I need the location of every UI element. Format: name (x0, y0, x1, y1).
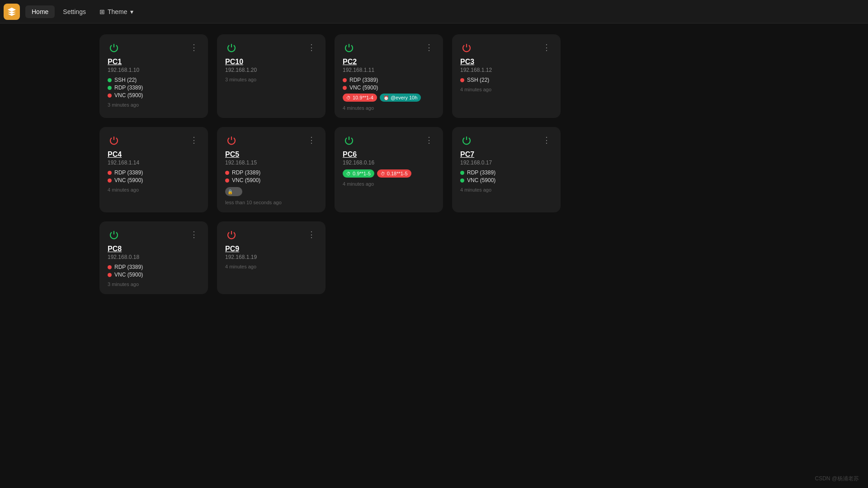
card-time: 4 minutes ago (225, 264, 317, 269)
card-header: ⋮ (343, 42, 435, 55)
card-ip: 192.168.1.14 (108, 160, 200, 166)
service-row: VNC (5900) (460, 177, 552, 183)
card-header: ⋮ (225, 135, 317, 148)
card-header: ⋮ (108, 135, 200, 148)
card-name[interactable]: PC2 (343, 58, 435, 66)
card-name[interactable]: PC6 (343, 150, 435, 159)
card-time: 3 minutes ago (108, 102, 200, 108)
card-pc3: ⋮ PC3 192.168.1.12 SSH (22) 4 minutes ag… (452, 34, 561, 118)
card-name[interactable]: PC1 (108, 58, 200, 66)
card-menu-dots[interactable]: ⋮ (541, 42, 552, 52)
badges-row: ⏱ 0.9**1-5 ⏱ 0.18**1-5 (343, 169, 435, 178)
theme-label: Theme (108, 8, 127, 15)
power-button[interactable] (225, 135, 238, 148)
badges-row: ⏱ 10.9**1-4 ⏰ @every 10h (343, 94, 435, 102)
card-menu-dots[interactable]: ⋮ (188, 135, 200, 145)
status-dot (460, 171, 464, 175)
badge: ⏱ 0.18**1-5 (377, 169, 411, 178)
app-logo[interactable] (4, 4, 20, 20)
power-button[interactable] (460, 135, 473, 148)
card-ip: 192.168.1.20 (225, 67, 317, 73)
card-ip: 192.168.0.17 (460, 160, 552, 166)
status-dot (225, 171, 229, 175)
card-time: 4 minutes ago (343, 181, 435, 187)
status-dot (108, 265, 112, 269)
badge-text: 0.18**1-5 (387, 171, 408, 176)
card-name[interactable]: PC4 (108, 150, 200, 159)
service-row: VNC (5900) (108, 272, 200, 278)
service-label: RDP (3389) (114, 84, 143, 91)
power-button[interactable] (108, 230, 120, 242)
card-name[interactable]: PC5 (225, 150, 317, 159)
service-label: RDP (3389) (467, 169, 495, 176)
card-pc9: ⋮ PC9 192.168.1.19 4 minutes ago (217, 221, 326, 294)
power-button[interactable] (343, 135, 355, 148)
card-menu-dots[interactable]: ⋮ (188, 230, 200, 239)
card-ip: 192.168.0.18 (108, 254, 200, 260)
service-label: RDP (3389) (232, 169, 260, 176)
card-time: 4 minutes ago (108, 187, 200, 192)
card-time: 3 minutes ago (225, 77, 317, 82)
service-row: SSH (22) (108, 77, 200, 83)
card-menu-dots[interactable]: ⋮ (306, 42, 317, 52)
status-dot (460, 78, 464, 82)
card-pc4: ⋮ PC4 192.168.1.14 RDP (3389) VNC (5900)… (99, 127, 208, 212)
card-pc10: ⋮ PC10 192.168.1.20 3 minutes ago (217, 34, 326, 118)
card-ip: 192.168.1.19 (225, 254, 317, 260)
status-dot (108, 171, 112, 175)
service-label: RDP (3389) (114, 264, 143, 270)
nav-item-settings[interactable]: Settings (57, 5, 92, 18)
status-dot (460, 178, 464, 183)
watermark: CSDN @杨浦老苏 (815, 475, 859, 483)
card-header: ⋮ (225, 230, 317, 242)
main-content: ⋮ PC1 192.168.1.10 SSH (22) RDP (3389) V… (0, 23, 868, 305)
card-name[interactable]: PC8 (108, 245, 200, 253)
card-header: ⋮ (108, 230, 200, 242)
power-button[interactable] (343, 42, 355, 55)
card-time: 3 minutes ago (108, 282, 200, 287)
service-label: RDP (3389) (114, 169, 143, 176)
monitor-icon: ⊞ (99, 8, 105, 15)
card-menu-dots[interactable]: ⋮ (306, 230, 317, 239)
card-menu-dots[interactable]: ⋮ (306, 135, 317, 145)
power-button[interactable] (225, 42, 238, 55)
card-time: 4 minutes ago (343, 105, 435, 111)
chevron-down-icon: ▾ (130, 8, 133, 15)
service-row: RDP (3389) (108, 169, 200, 176)
status-dot (108, 86, 112, 90)
card-pc8: ⋮ PC8 192.168.0.18 RDP (3389) VNC (5900)… (99, 221, 208, 294)
card-name[interactable]: PC7 (460, 150, 552, 159)
card-menu-dots[interactable]: ⋮ (188, 42, 200, 52)
card-name[interactable]: PC9 (225, 245, 317, 253)
badge-text: @every 10h (391, 95, 417, 100)
logo-icon (7, 7, 17, 17)
card-name[interactable]: PC3 (460, 58, 552, 66)
lock-icon: 🔒 (227, 189, 233, 194)
card-pc5: ⋮ PC5 192.168.1.15 RDP (3389) VNC (5900)… (217, 127, 326, 212)
service-label: SSH (22) (114, 77, 137, 83)
card-menu-dots[interactable]: ⋮ (423, 42, 435, 52)
power-button[interactable] (460, 42, 473, 55)
card-pc6: ⋮ PC6 192.168.0.16 ⏱ 0.9**1-5 ⏱ 0.18**1-… (335, 127, 443, 212)
card-ip: 192.168.1.12 (460, 67, 552, 73)
lock-toggle[interactable]: 🔒 (225, 187, 242, 196)
service-row: VNC (5900) (108, 177, 200, 183)
service-row: VNC (5900) (343, 84, 435, 91)
badge: ⏱ 10.9**1-4 (343, 94, 377, 102)
power-button[interactable] (108, 135, 120, 148)
nav-theme-menu[interactable]: ⊞ Theme ▾ (94, 5, 139, 18)
card-header: ⋮ (460, 42, 552, 55)
card-menu-dots[interactable]: ⋮ (541, 135, 552, 145)
card-header: ⋮ (343, 135, 435, 148)
service-label: VNC (5900) (114, 177, 143, 183)
badge-icon: ⏱ (381, 171, 385, 176)
card-menu-dots[interactable]: ⋮ (423, 135, 435, 145)
power-button[interactable] (225, 230, 238, 242)
service-label: VNC (5900) (467, 177, 495, 183)
card-name[interactable]: PC10 (225, 58, 317, 66)
service-row: RDP (3389) (108, 264, 200, 270)
nav-item-home[interactable]: Home (25, 5, 55, 18)
navbar: Home Settings ⊞ Theme ▾ (0, 0, 868, 23)
service-row: RDP (3389) (343, 77, 435, 83)
power-button[interactable] (108, 42, 120, 55)
